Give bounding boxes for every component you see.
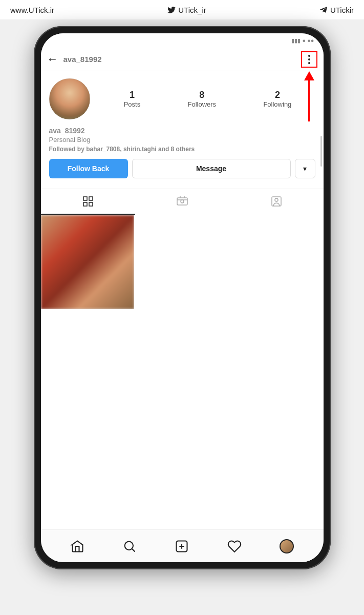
bottom-navigation xyxy=(41,529,324,562)
profile-nav-item[interactable] xyxy=(275,535,298,558)
profile-bio: Personal Blog xyxy=(49,136,315,144)
posts-label: Posts xyxy=(124,100,141,108)
navigation-bar: ← ava_81992 xyxy=(41,48,324,71)
post-image xyxy=(41,215,135,309)
svg-point-8 xyxy=(125,541,133,549)
add-nav-item[interactable] xyxy=(170,535,193,558)
followed-by-text: Followed by bahar_7808, shirin.taghi and… xyxy=(49,146,315,153)
tab-grid[interactable] xyxy=(41,189,135,215)
status-bar: ▮▮▮ ● ●● xyxy=(41,33,324,48)
add-icon xyxy=(175,539,189,554)
telegram-label: UTickir xyxy=(330,6,354,14)
website-label: www.UTick.ir xyxy=(10,6,54,14)
followers-count: 8 xyxy=(199,90,204,100)
telegram-handle: UTickir xyxy=(319,5,354,14)
phone-screen: ▮▮▮ ● ●● ← ava_81992 xyxy=(41,33,324,562)
chevron-down-icon: ▾ xyxy=(303,165,307,173)
three-dots-icon xyxy=(308,55,310,64)
followers-stat[interactable]: 8 Followers xyxy=(187,90,216,108)
annotation-arrow xyxy=(304,71,314,121)
tagged-icon xyxy=(270,195,283,208)
action-buttons-row: Follow Back Message ▾ xyxy=(49,159,315,178)
following-count: 2 xyxy=(275,90,280,100)
posts-count: 1 xyxy=(130,90,135,100)
phone-frame: ▮▮▮ ● ●● ← ava_81992 xyxy=(34,26,331,569)
search-icon xyxy=(122,539,137,554)
twitter-label: UTick_ir xyxy=(178,6,206,14)
top-bar: www.UTick.ir UTick_ir UTickir xyxy=(0,0,364,20)
tab-reels[interactable] xyxy=(135,189,229,215)
twitter-icon xyxy=(167,5,176,14)
svg-point-7 xyxy=(275,198,278,201)
content-tab-bar xyxy=(41,189,324,215)
profile-name: ava_81992 xyxy=(49,127,315,135)
svg-rect-0 xyxy=(83,197,87,200)
message-button[interactable]: Message xyxy=(132,159,291,178)
svg-point-5 xyxy=(181,200,184,203)
profile-top-row: 1 Posts 8 Followers 2 Following xyxy=(49,78,315,119)
likes-nav-item[interactable] xyxy=(223,535,246,558)
svg-rect-1 xyxy=(89,197,93,200)
follow-back-button[interactable]: Follow Back xyxy=(49,159,128,178)
twitter-handle: UTick_ir xyxy=(167,5,206,14)
profile-section: 1 Posts 8 Followers 2 Following ava_8199… xyxy=(41,71,324,189)
mini-avatar xyxy=(280,539,294,554)
svg-rect-3 xyxy=(89,202,93,206)
avatar xyxy=(49,78,90,119)
status-indicators: ▮▮▮ ● ●● xyxy=(291,37,314,44)
stats-row: 1 Posts 8 Followers 2 Following xyxy=(100,90,315,108)
heart-icon xyxy=(227,539,242,554)
svg-rect-2 xyxy=(83,202,87,206)
posts-grid xyxy=(41,215,324,373)
home-nav-item[interactable] xyxy=(66,535,89,558)
home-icon xyxy=(70,539,84,554)
profile-username-nav: ava_81992 xyxy=(63,55,301,64)
tab-tagged[interactable] xyxy=(229,189,324,215)
more-options-button[interactable] xyxy=(301,51,317,68)
followers-label: Followers xyxy=(187,100,216,108)
svg-rect-4 xyxy=(177,198,187,205)
grid-icon xyxy=(82,195,94,208)
dropdown-button[interactable]: ▾ xyxy=(295,159,315,178)
posts-stat[interactable]: 1 Posts xyxy=(124,90,141,108)
reels-icon xyxy=(176,195,188,208)
scroll-indicator xyxy=(320,136,322,167)
empty-space xyxy=(41,373,324,530)
post-thumbnail[interactable] xyxy=(41,215,135,309)
following-label: Following xyxy=(263,100,291,108)
back-button[interactable]: ← xyxy=(47,53,58,66)
following-stat[interactable]: 2 Following xyxy=(263,90,291,108)
search-nav-item[interactable] xyxy=(118,535,141,558)
avatar-image xyxy=(49,78,90,119)
telegram-icon xyxy=(319,5,328,14)
